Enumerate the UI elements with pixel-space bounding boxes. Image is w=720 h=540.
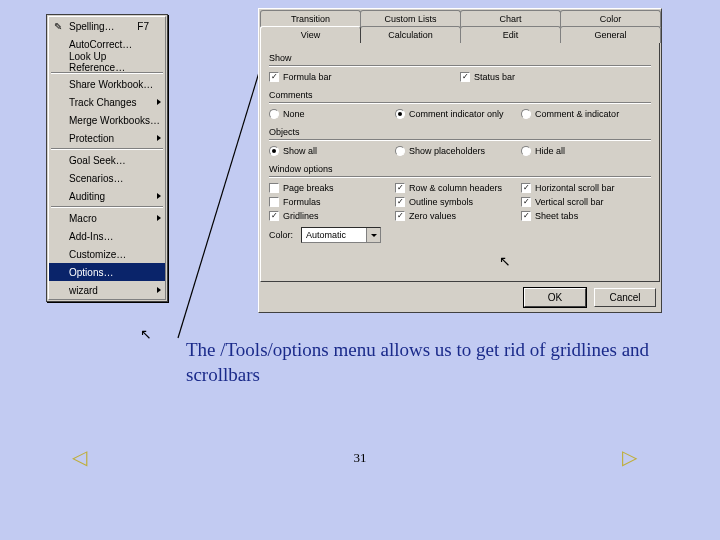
menu-item-goal-seek[interactable]: Goal Seek… [49,151,165,169]
checkbox-headers[interactable] [395,183,405,193]
checkbox-hscroll[interactable] [521,183,531,193]
radio-comments-none[interactable] [269,109,279,119]
menu-item-label: Add-Ins… [69,231,113,242]
menu-item-auditing[interactable]: Auditing [49,187,165,205]
menu-item-label: Auditing [69,191,105,202]
checkbox-label: Gridlines [283,211,319,221]
slide-caption: The /Tools/options menu allows us to get… [186,338,656,387]
menu-shortcut: F7 [137,21,161,32]
menu-item-label: Options… [69,267,113,278]
submenu-arrow-icon [157,135,161,141]
menu-item-scenarios[interactable]: Scenarios… [49,169,165,187]
combo-value: Automatic [306,230,346,240]
color-combo[interactable]: Automatic [301,227,381,243]
menu-item-protection[interactable]: Protection [49,129,165,147]
menu-item-label: Spelling… [69,21,115,32]
menu-item-label: Scenarios… [69,173,123,184]
tab-transition[interactable]: Transition [260,10,361,27]
menu-item-spelling[interactable]: ✎ Spelling… F7 [49,17,165,35]
tab-body-view: Show Formula bar Status bar Comments Non… [260,42,660,282]
menu-item-share-workbook[interactable]: Share Workbook… [49,75,165,93]
checkbox-vscroll[interactable] [521,197,531,207]
checkbox-zero[interactable] [395,211,405,221]
menu-item-merge-workbooks[interactable]: Merge Workbooks… [49,111,165,129]
checkbox-sheet-tabs[interactable] [521,211,531,221]
menu-item-customize[interactable]: Customize… [49,245,165,263]
menu-item-label: Track Changes [69,97,136,108]
menu-item-label: Protection [69,133,114,144]
tab-custom-lists[interactable]: Custom Lists [360,10,461,27]
tab-color[interactable]: Color [560,10,661,27]
mouse-cursor-icon: ↖ [499,253,511,269]
menu-item-label: Look Up Reference… [69,51,161,73]
cancel-button[interactable]: Cancel [594,288,656,307]
radio-label: Show placeholders [409,146,485,156]
checkbox-label: Outline symbols [409,197,473,207]
radio-label: Show all [283,146,317,156]
submenu-arrow-icon [157,287,161,293]
checkbox-formula-bar[interactable] [269,72,279,82]
options-dialog: Transition Custom Lists Chart Color View… [258,8,662,313]
tab-view[interactable]: View [260,26,361,43]
menu-item-label: wizard [69,285,98,296]
checkbox-label: Row & column headers [409,183,502,193]
checkbox-label: Status bar [474,72,515,82]
checkbox-outline[interactable] [395,197,405,207]
radio-label: None [283,109,305,119]
color-label: Color: [269,230,293,240]
chevron-down-icon [366,228,380,242]
radio-objects-hideall[interactable] [521,146,531,156]
checkbox-label: Sheet tabs [535,211,578,221]
next-slide-button[interactable]: ▷ [612,446,646,468]
menu-item-wizard[interactable]: wizard [49,281,165,299]
checkbox-label: Horizontal scroll bar [535,183,615,193]
menu-item-lookup[interactable]: Look Up Reference… [49,53,165,71]
checkbox-page-breaks[interactable] [269,183,279,193]
mouse-cursor-icon: ↖ [140,326,152,342]
checkbox-gridlines[interactable] [269,211,279,221]
radio-objects-placeholders[interactable] [395,146,405,156]
menu-item-label: Merge Workbooks… [69,115,160,126]
menu-item-label: Share Workbook… [69,79,153,90]
radio-label: Comment indicator only [409,109,504,119]
menu-item-label: Macro [69,213,97,224]
tools-menu: ✎ Spelling… F7 AutoCorrect… Look Up Refe… [46,14,168,302]
menu-item-track-changes[interactable]: Track Changes [49,93,165,111]
submenu-arrow-icon [157,193,161,199]
group-title-show: Show [269,53,651,63]
radio-label: Comment & indicator [535,109,619,119]
group-title-comments: Comments [269,90,651,100]
checkbox-label: Zero values [409,211,456,221]
checkbox-formulas[interactable] [269,197,279,207]
menu-separator [51,148,163,150]
checkbox-label: Vertical scroll bar [535,197,604,207]
menu-item-macro[interactable]: Macro [49,209,165,227]
checkbox-label: Formulas [283,197,321,207]
tab-edit[interactable]: Edit [460,26,561,43]
menu-item-add-ins[interactable]: Add-Ins… [49,227,165,245]
menu-separator [51,206,163,208]
spellcheck-icon: ✎ [51,19,65,33]
radio-objects-showall[interactable] [269,146,279,156]
radio-label: Hide all [535,146,565,156]
radio-comments-indicator[interactable] [395,109,405,119]
menu-item-label: Goal Seek… [69,155,126,166]
tab-calculation[interactable]: Calculation [360,26,461,43]
radio-comments-both[interactable] [521,109,531,119]
group-title-objects: Objects [269,127,651,137]
menu-item-options[interactable]: Options… [49,263,165,281]
submenu-arrow-icon [157,99,161,105]
ok-button[interactable]: OK [524,288,586,307]
tab-chart[interactable]: Chart [460,10,561,27]
checkbox-status-bar[interactable] [460,72,470,82]
submenu-arrow-icon [157,215,161,221]
svg-line-0 [178,56,264,338]
menu-item-label: Customize… [69,249,126,260]
prev-slide-button[interactable]: ◁ [62,446,96,468]
dialog-buttons: OK Cancel [260,282,660,311]
checkbox-label: Page breaks [283,183,334,193]
tab-general[interactable]: General [560,26,661,43]
tabs-row-2: View Calculation Edit General [260,26,660,43]
menu-item-label: AutoCorrect… [69,39,132,50]
group-title-window: Window options [269,164,651,174]
